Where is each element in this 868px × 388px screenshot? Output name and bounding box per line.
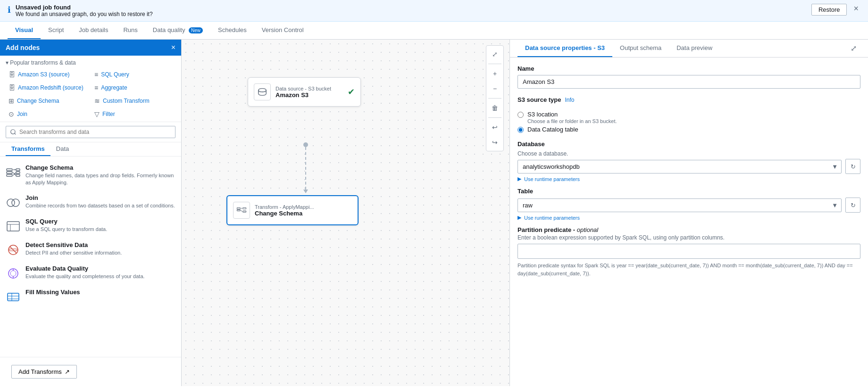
tab-job-details[interactable]: Job details <box>71 22 116 39</box>
radio-s3-location: S3 location Choose a file or folder in a… <box>517 111 860 124</box>
add-transforms-button[interactable]: Add Transforms ↗ <box>11 365 77 379</box>
partition-desc: Enter a boolean expression supported by … <box>517 234 860 241</box>
partition-input[interactable] <box>517 244 860 259</box>
change-schema-list-icon <box>6 165 21 180</box>
table-label: Table <box>517 188 860 195</box>
unsaved-banner: ℹ Unsaved job found We found an unsaved … <box>0 0 868 22</box>
database-select[interactable]: analyticsworkshopdb <box>517 160 842 173</box>
use-runtime-params-2[interactable]: ▶ Use runtime parameters <box>517 215 860 221</box>
redshift-icon: 🗄 <box>8 84 15 91</box>
add-transforms-wrap: Add Transforms ↗ <box>0 357 181 386</box>
delete-button[interactable]: 🗑 <box>488 101 501 115</box>
transform-node-type: Transform - ApplyMappi... <box>255 204 352 210</box>
database-select-wrap: analyticsworkshopdb ▼ <box>517 160 842 173</box>
external-link-icon: ↗ <box>65 368 70 375</box>
change-schema-desc: Change field names, data types and drop … <box>25 172 175 187</box>
tab-data-quality[interactable]: Data quality New <box>145 22 210 39</box>
search-input[interactable] <box>6 126 175 138</box>
node-change-schema[interactable]: Transform - ApplyMappi... Change Schema <box>226 195 359 225</box>
radio-data-catalog-input[interactable] <box>517 127 524 133</box>
banner-subtitle: We found an unsaved graph, do you wish t… <box>16 11 807 17</box>
table-select[interactable]: raw <box>517 198 842 212</box>
s3-node-name: Amazon S3 <box>275 91 343 99</box>
popular-title: ▾ Popular transforms & data <box>6 59 175 66</box>
zoom-in-button[interactable]: + <box>488 67 501 80</box>
popular-item-amazon-s3[interactable]: 🗄 Amazon S3 (source) <box>6 69 90 80</box>
name-input[interactable] <box>517 75 860 89</box>
transform-item-join[interactable]: Join Combine records from two datasets b… <box>0 190 181 214</box>
transform-item-evaluate-quality[interactable]: Evaluate Data Quality Evaluate the quali… <box>0 261 181 285</box>
fill-missing-icon <box>6 289 21 305</box>
tab-transforms[interactable]: Transforms <box>6 142 50 156</box>
undo-button[interactable]: ↩ <box>488 121 501 134</box>
tab-version-control[interactable]: Version Control <box>254 22 311 39</box>
popular-item-custom-transform[interactable]: ≋ Custom Transform <box>92 95 175 107</box>
database-row: analyticsworkshopdb ▼ ↻ <box>517 159 860 174</box>
change-schema-node-icon <box>233 202 250 219</box>
right-tab-data-preview[interactable]: Data preview <box>669 40 720 57</box>
name-label: Name <box>517 65 860 72</box>
detect-sensitive-desc: Detect PII and other sensitive informati… <box>25 249 175 256</box>
expand-canvas-button[interactable]: ⤢ <box>488 48 501 61</box>
right-tabbar: Data source properties - S3 Output schem… <box>510 40 868 58</box>
join-desc: Combine records from two datasets based … <box>25 202 175 209</box>
main-layout: Add nodes × ▾ Popular transforms & data … <box>0 40 868 386</box>
svg-rect-32 <box>243 211 246 212</box>
table-refresh-button[interactable]: ↻ <box>845 198 860 213</box>
s3-source-type-row: S3 source type Info <box>517 96 860 103</box>
transform-item-detect-sensitive[interactable]: Detect Sensitive Data Detect PII and oth… <box>0 238 181 261</box>
info-icon: ℹ <box>8 5 11 15</box>
fill-missing-name: Fill Missing Values <box>25 289 175 296</box>
radio-s3-location-input[interactable] <box>517 112 524 118</box>
partition-label: Partition predicate - optional <box>517 226 860 233</box>
change-schema-name: Change Schema <box>25 164 175 171</box>
popular-item-amazon-redshift[interactable]: 🗄 Amazon Redshift (source) <box>6 82 90 93</box>
node-s3[interactable]: Data source - S3 bucket Amazon S3 ✔ <box>248 77 361 107</box>
transform-item-sql[interactable]: SQL Query Use a SQL query to transform d… <box>0 214 181 238</box>
popular-item-change-schema[interactable]: ⊞ Change Schema <box>6 95 90 107</box>
svg-rect-11 <box>7 222 19 231</box>
info-link[interactable]: Info <box>565 97 575 103</box>
banner-text: Unsaved job found We found an unsaved gr… <box>16 4 807 17</box>
connector-arrow <box>303 190 308 193</box>
restore-button[interactable]: Restore <box>811 4 847 16</box>
s3-source-icon: 🗄 <box>8 71 15 78</box>
triangle-right-icon-1: ▶ <box>517 176 521 182</box>
expand-panel-button[interactable]: ⤢ <box>847 40 860 57</box>
right-tab-output-schema[interactable]: Output schema <box>612 40 669 57</box>
tab-runs[interactable]: Runs <box>116 22 145 39</box>
popular-item-filter[interactable]: ▽ Filter <box>92 108 175 120</box>
popular-item-aggregate[interactable]: ≡ Aggregate <box>92 82 175 93</box>
svg-rect-6 <box>16 169 20 171</box>
svg-rect-8 <box>16 174 20 176</box>
transform-node-name: Change Schema <box>255 210 352 217</box>
transforms-list: Change Schema Change field names, data t… <box>0 157 181 357</box>
connector-line <box>305 147 306 190</box>
popular-item-sql-query[interactable]: ≡ SQL Query <box>92 69 175 80</box>
search-box-wrap <box>0 122 181 142</box>
triangle-right-icon-2: ▶ <box>517 215 521 221</box>
svg-point-9 <box>7 199 15 206</box>
tab-script[interactable]: Script <box>41 22 71 39</box>
redo-button[interactable]: ↪ <box>488 136 501 149</box>
table-row: raw ▼ ↻ <box>517 198 860 213</box>
right-tab-properties[interactable]: Data source properties - S3 <box>517 40 612 57</box>
database-refresh-button[interactable]: ↻ <box>845 159 860 174</box>
tab-visual[interactable]: Visual <box>8 22 41 39</box>
zoom-out-button[interactable]: − <box>488 82 501 95</box>
popular-section: ▾ Popular transforms & data 🗄 Amazon S3 … <box>0 56 181 122</box>
transform-item-fill-missing[interactable]: Fill Missing Values <box>0 285 181 308</box>
add-nodes-close-button[interactable]: × <box>171 43 175 52</box>
use-runtime-params-1[interactable]: ▶ Use runtime parameters <box>517 176 860 182</box>
popular-item-join[interactable]: ⊙ Join <box>6 108 90 120</box>
sql-list-icon <box>6 219 21 234</box>
canvas-area: ⤢ + − 🗑 ↩ ↪ Data source - S3 bucket Amaz… <box>182 40 509 386</box>
banner-close-button[interactable]: × <box>851 4 860 14</box>
right-panel: Data source properties - S3 Output schem… <box>509 40 868 386</box>
tab-schedules[interactable]: Schedules <box>210 22 254 39</box>
detect-sensitive-icon <box>6 242 21 257</box>
tab-data[interactable]: Data <box>50 142 75 156</box>
sql-name: SQL Query <box>25 218 175 225</box>
svg-rect-27 <box>237 208 240 209</box>
transform-item-change-schema[interactable]: Change Schema Change field names, data t… <box>0 160 181 190</box>
